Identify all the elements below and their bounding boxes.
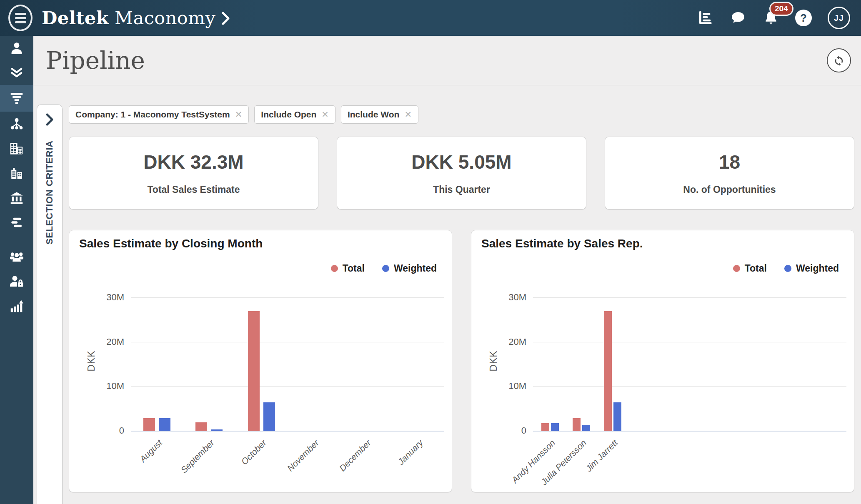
bar-weighted-andy-hansson[interactable]: [551, 423, 559, 431]
chart-plot: 010M20M30MAugustSeptemberOctoberNovember…: [131, 289, 444, 431]
y-tick-label: 0: [97, 425, 124, 436]
legend-label: Total: [745, 263, 767, 274]
sidebar-item-budget[interactable]: [0, 136, 33, 161]
y-tick-label: 10M: [97, 381, 124, 392]
y-tick-label: 10M: [499, 381, 526, 392]
people-icon: [9, 250, 24, 264]
bar-weighted-august[interactable]: [159, 418, 170, 431]
filter-chip-include-open[interactable]: Include Open ✕: [254, 105, 335, 124]
remove-filter-icon[interactable]: ✕: [404, 110, 412, 120]
chevron-right-icon: [45, 113, 55, 126]
funnel-icon: [9, 91, 24, 106]
sidebar-item-jobs[interactable]: [0, 210, 33, 235]
brand-primary: Deltek: [42, 7, 109, 28]
chart-card-closing-month: Sales Estimate by Closing Month TotalWei…: [69, 230, 452, 492]
gridline-10M: [131, 386, 444, 387]
x-tick-label-october: October: [211, 438, 268, 492]
topbar-actions: 204 ? JJ: [697, 7, 850, 29]
brand-chevron-icon: [221, 11, 230, 25]
filter-chip-company[interactable]: Company: 1 - Maconomy TestSystem ✕: [69, 105, 249, 124]
page-title: Pipeline: [46, 46, 145, 75]
sidebar-item-performance[interactable]: [0, 294, 33, 318]
bar-group-october: [235, 311, 288, 431]
bank-icon: [9, 190, 24, 205]
double-check-icon: [9, 65, 24, 80]
chip-label: Include Open: [261, 110, 316, 120]
gridline-20M: [131, 342, 444, 342]
bar-group-andy-hansson: [534, 423, 566, 431]
table-calculator-icon: [9, 141, 24, 156]
bar-weighted-jim-jarrett[interactable]: [613, 402, 621, 431]
selection-criteria-label: SELECTION CRITERIA: [44, 140, 55, 245]
hamburger-menu-icon[interactable]: [8, 5, 33, 31]
remove-filter-icon[interactable]: ✕: [235, 110, 243, 120]
help-icon[interactable]: ?: [795, 10, 812, 26]
legend-item-total: Total: [331, 263, 365, 274]
bar-group-september: [183, 422, 235, 431]
legend-dot-weighted: [784, 265, 791, 272]
filter-chip-include-won[interactable]: Include Won ✕: [341, 105, 418, 124]
refresh-button[interactable]: [827, 48, 851, 72]
kpi-card-total-sales: DKK 32.3M Total Sales Estimate: [69, 137, 318, 210]
bar-total-julia-petersson[interactable]: [573, 418, 581, 431]
kpi-value: 18: [719, 151, 740, 173]
legend-label: Weighted: [796, 263, 839, 274]
bar-weighted-julia-petersson[interactable]: [582, 425, 590, 431]
sidebar-item-company[interactable]: [0, 161, 33, 185]
sidebar-item-bank[interactable]: [0, 185, 33, 210]
bar-weighted-october[interactable]: [263, 402, 275, 431]
chart-legend: TotalWeighted: [733, 263, 839, 274]
gridline-30M: [131, 297, 444, 298]
hierarchy-icon: [9, 117, 24, 132]
bar-total-jim-jarrett[interactable]: [604, 311, 612, 431]
sidebar-item-user-access[interactable]: [0, 269, 33, 294]
sidebar-item-employees[interactable]: [0, 245, 33, 269]
x-tick-label-august: August: [107, 438, 164, 492]
kpi-value: DKK 5.05M: [411, 151, 511, 173]
legend-label: Total: [343, 263, 365, 274]
buildings-icon: [9, 166, 24, 181]
sidebar-item-pipeline-filter[interactable]: [0, 85, 33, 112]
notifications-bell-icon[interactable]: 204: [763, 9, 779, 27]
legend-item-weighted: Weighted: [784, 263, 839, 274]
brand-secondary: Maconomy: [115, 7, 215, 28]
chart-card-sales-rep: Sales Estimate by Sales Rep. TotalWeight…: [471, 230, 854, 492]
y-tick-label: 0: [499, 425, 526, 436]
bar-total-october[interactable]: [248, 311, 260, 431]
y-axis-label: DKK: [86, 350, 97, 371]
remove-filter-icon[interactable]: ✕: [321, 110, 329, 120]
bar-group-julia-petersson: [566, 418, 597, 431]
legend-item-weighted: Weighted: [382, 263, 437, 274]
chart-title: Sales Estimate by Sales Rep.: [481, 237, 643, 250]
bar-total-august[interactable]: [143, 418, 155, 431]
sidebar-item-hierarchy[interactable]: [0, 112, 33, 136]
stacked-bars-icon: [9, 215, 24, 230]
kpi-value: DKK 32.3M: [143, 151, 243, 173]
refresh-icon: [832, 54, 846, 67]
topbar: Deltek Maconomy 204 ? JJ: [0, 0, 861, 36]
reports-chart-icon[interactable]: [697, 10, 713, 26]
kpi-label: This Quarter: [433, 184, 490, 195]
user-avatar[interactable]: JJ: [828, 7, 850, 29]
sidebar: [0, 36, 33, 504]
notification-badge: 204: [769, 2, 793, 16]
gridline-30M: [533, 297, 846, 298]
kpi-label: No. of Opportunities: [683, 184, 776, 195]
x-tick-label-jim-jarrett: Jim Jarrett: [562, 438, 619, 492]
kpi-card-opportunities: 18 No. of Opportunities: [605, 137, 854, 210]
expand-panel-button[interactable]: [45, 113, 55, 126]
gridline-20M: [533, 342, 846, 342]
sidebar-item-contacts[interactable]: [0, 36, 33, 60]
selection-criteria-panel: SELECTION CRITERIA: [37, 104, 63, 504]
chat-icon[interactable]: [729, 10, 747, 26]
person-lock-icon: [9, 274, 24, 289]
avatar-initials: JJ: [834, 13, 844, 23]
kpi-label: Total Sales Estimate: [148, 184, 240, 195]
bar-total-september[interactable]: [195, 422, 207, 431]
bar-group-jim-jarrett: [597, 311, 628, 431]
sidebar-item-approvals[interactable]: [0, 60, 33, 85]
brand-logo[interactable]: Deltek Maconomy: [42, 7, 230, 28]
bar-total-andy-hansson[interactable]: [541, 423, 549, 431]
x-tick-label-september: September: [159, 438, 216, 492]
bar-weighted-september[interactable]: [211, 429, 223, 431]
